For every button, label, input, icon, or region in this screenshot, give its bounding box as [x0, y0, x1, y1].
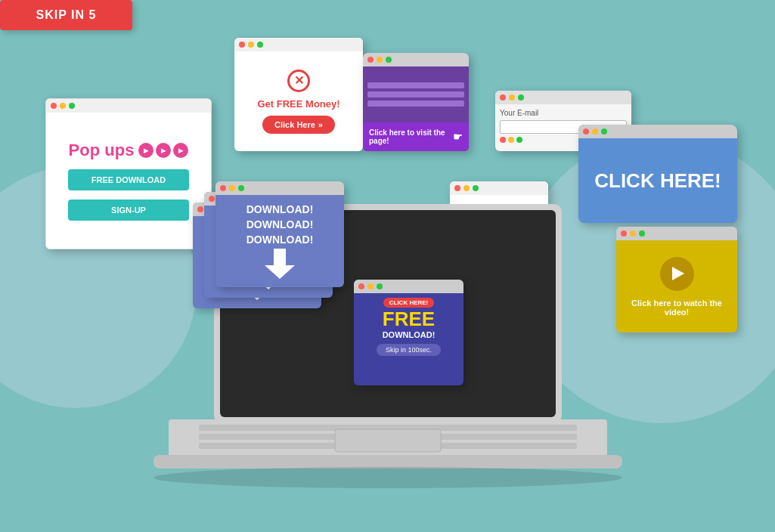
video-window: Click here to watch the video! [616, 227, 737, 332]
play-triangle [672, 267, 684, 280]
free-text: FREE [383, 309, 435, 329]
play-icon-1: ▶ [138, 143, 153, 158]
purple-btn-area[interactable]: Click here to visit the page! ☛ [363, 122, 469, 151]
dot-green-ab [473, 185, 479, 191]
purple-btn-text: Click here to visit the page! [369, 128, 448, 145]
dot-red-ch [583, 128, 589, 135]
dot-yellow-p [377, 57, 383, 63]
video-titlebar [616, 227, 737, 240]
dot-yellow-m [248, 42, 254, 48]
purple-line-3 [367, 101, 464, 107]
dot-yellow-ab [463, 185, 470, 191]
purple-lines [363, 66, 469, 122]
purple-body: Click here to visit the page! ☛ [363, 66, 469, 151]
click-here-titlebar [578, 125, 737, 138]
dot-yellow-ch [592, 128, 598, 135]
popups-titlebar [46, 99, 211, 113]
download-body: DOWNLOAD! DOWNLOAD! DOWNLOAD! [215, 195, 344, 287]
dot-red-ab [454, 185, 460, 191]
skip-text: SKIP IN 5 [36, 8, 97, 22]
adblock-titlebar [450, 181, 548, 195]
dot-green-dl [238, 185, 244, 191]
dot-green-fd [377, 283, 383, 289]
freedownload-body: CLICK HERE! FREE DOWNLOAD! Skip in 100se… [354, 293, 463, 385]
video-text: Click here to watch the video! [622, 298, 731, 317]
freedownload-window: CLICK HERE! FREE DOWNLOAD! Skip in 100se… [354, 280, 463, 385]
dot-y [508, 137, 514, 143]
dot-red-fd [358, 283, 364, 289]
video-body: Click here to watch the video! [616, 240, 737, 332]
dot-yellow-dl [229, 185, 235, 191]
money-title: Get FREE Money! [257, 98, 339, 110]
dot-green [69, 103, 75, 109]
download-line3: DOWNLOAD! [246, 234, 314, 246]
play-icon-3: ▶ [173, 143, 188, 158]
dot-r [500, 137, 506, 143]
x-circle-icon: ✕ [287, 70, 310, 92]
svg-rect-6 [335, 429, 441, 452]
money-titlebar [234, 38, 363, 51]
purple-titlebar [363, 53, 469, 66]
play-icons: ▶ ▶ ▶ [138, 143, 188, 158]
email-titlebar [495, 91, 631, 104]
dot-yellow [60, 103, 66, 109]
click-here-text: CLICK HERE! [594, 169, 721, 193]
svg-point-8 [153, 467, 622, 488]
dot-green-p [386, 57, 392, 63]
svg-rect-7 [153, 455, 622, 469]
dot-red-p [367, 57, 374, 63]
purple-line-1 [367, 82, 464, 88]
dot-yellow-v [630, 230, 636, 237]
freedownload-titlebar [354, 280, 463, 293]
click-here-small-label: CLICK HERE! [383, 298, 435, 308]
dot-green-ch [601, 128, 607, 135]
dot-green-v [639, 230, 645, 237]
dot-red [51, 103, 57, 109]
dot-red-m [239, 42, 245, 48]
dot-g [516, 137, 522, 143]
free-download-button[interactable]: FREE DOWNLOAD [68, 169, 189, 190]
dl-titlebar [215, 181, 344, 195]
email-label: Your E-mail [500, 109, 627, 117]
money-body: ✕ Get FREE Money! Click Here » [234, 51, 363, 151]
money-window: ✕ Get FREE Money! Click Here » [234, 38, 363, 151]
dot-yellow-fd [367, 283, 374, 289]
free-download-text: DOWNLOAD! [383, 330, 436, 339]
download-window: DOWNLOAD! DOWNLOAD! DOWNLOAD! [215, 181, 344, 287]
dot-green-m [257, 42, 263, 48]
purple-window: Click here to visit the page! ☛ [363, 53, 469, 151]
download-line1: DOWNLOAD! [246, 203, 314, 215]
dot-yellow-e [509, 94, 515, 101]
download-line2: DOWNLOAD! [246, 218, 314, 230]
video-play-icon[interactable] [660, 257, 694, 291]
cursor-icon: ☛ [453, 131, 463, 143]
skip-button[interactable]: Skip in 100sec. [377, 344, 441, 356]
skip-banner[interactable]: SKIP IN 5 [0, 0, 132, 30]
play-icon-2: ▶ [156, 143, 171, 158]
popups-title: Pop ups ▶ ▶ ▶ [69, 141, 189, 160]
download-arrow-main [265, 249, 295, 279]
dot-red-e [500, 94, 506, 101]
purple-line-2 [367, 91, 464, 97]
click-here-money-button[interactable]: Click Here » [262, 116, 335, 134]
dot-red-dl [220, 185, 226, 191]
dot-green-e [518, 94, 524, 101]
